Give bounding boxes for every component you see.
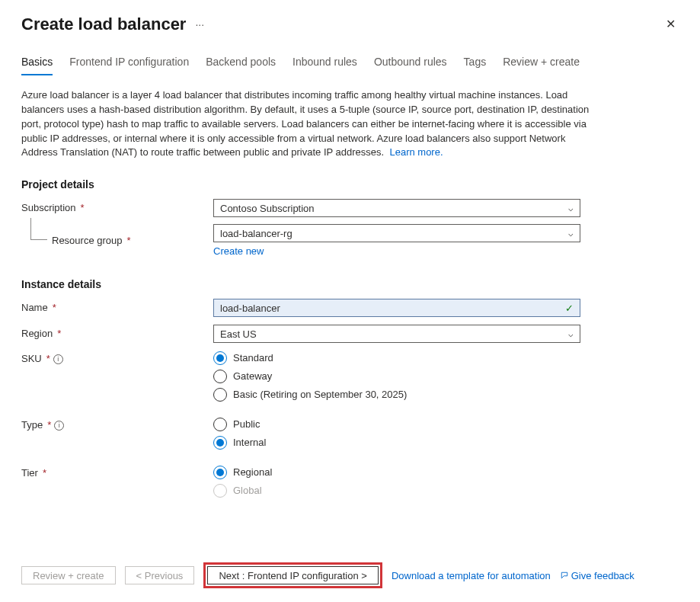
tab-outbound-rules[interactable]: Outbound rules: [374, 56, 447, 75]
check-icon: ✓: [565, 303, 574, 314]
resource-group-label: Resource group*: [21, 232, 213, 250]
chevron-down-icon: ⌵: [568, 203, 574, 213]
project-details-heading: Project details: [21, 178, 679, 191]
tab-review-create[interactable]: Review + create: [503, 56, 580, 75]
tab-frontend-ip[interactable]: Frontend IP configuration: [69, 56, 189, 75]
sku-radio-gateway[interactable]: Gateway: [213, 369, 580, 384]
chevron-down-icon: ⌵: [568, 229, 574, 239]
close-icon[interactable]: ✕: [663, 14, 679, 34]
next-button[interactable]: Next : Frontend IP configuration >: [207, 566, 379, 584]
region-label: Region*: [21, 325, 213, 343]
sku-radio-basic[interactable]: Basic (Retiring on September 30, 2025): [213, 387, 580, 402]
subscription-label: Subscription*: [21, 199, 213, 217]
tab-inbound-rules[interactable]: Inbound rules: [292, 56, 357, 75]
info-icon[interactable]: i: [54, 421, 64, 431]
name-label: Name*: [21, 299, 213, 317]
create-new-link[interactable]: Create new: [213, 245, 264, 257]
info-icon[interactable]: i: [53, 354, 63, 364]
name-input[interactable]: load-balancer ✓: [213, 299, 580, 317]
instance-details-heading: Instance details: [21, 278, 679, 290]
previous-button[interactable]: < Previous: [125, 566, 195, 584]
page-title: Create load balancer: [21, 14, 186, 34]
tab-bar: Basics Frontend IP configuration Backend…: [0, 37, 700, 76]
description-body: Azure load balancer is a layer 4 load ba…: [21, 89, 589, 158]
review-create-button[interactable]: Review + create: [21, 566, 116, 584]
tab-tags[interactable]: Tags: [464, 56, 487, 75]
tab-basics[interactable]: Basics: [21, 56, 53, 75]
learn-more-link[interactable]: Learn more.: [389, 146, 443, 158]
type-radio-internal[interactable]: Internal: [213, 435, 580, 450]
tier-radio-regional[interactable]: Regional: [213, 465, 580, 480]
description-text: Azure load balancer is a layer 4 load ba…: [21, 88, 600, 160]
resource-group-select[interactable]: load-balancer-rg ⌵: [213, 224, 580, 242]
give-feedback-link[interactable]: Give feedback: [560, 570, 634, 581]
sku-radio-standard[interactable]: Standard: [213, 351, 580, 366]
next-button-highlight: Next : Frontend IP configuration >: [203, 562, 382, 588]
tier-radio-global: Global: [213, 483, 580, 498]
subscription-select[interactable]: Contoso Subscription ⌵: [213, 199, 580, 217]
more-actions-icon[interactable]: ···: [195, 18, 204, 30]
type-label: Type* i: [21, 416, 213, 434]
chevron-down-icon: ⌵: [568, 329, 574, 339]
type-radio-public[interactable]: Public: [213, 417, 580, 432]
sku-label: SKU* i: [21, 350, 213, 368]
tab-backend-pools[interactable]: Backend pools: [206, 56, 276, 75]
feedback-icon: [560, 571, 569, 580]
region-select[interactable]: East US ⌵: [213, 325, 580, 343]
tier-label: Tier*: [21, 464, 213, 482]
download-template-link[interactable]: Download a template for automation: [392, 570, 551, 581]
